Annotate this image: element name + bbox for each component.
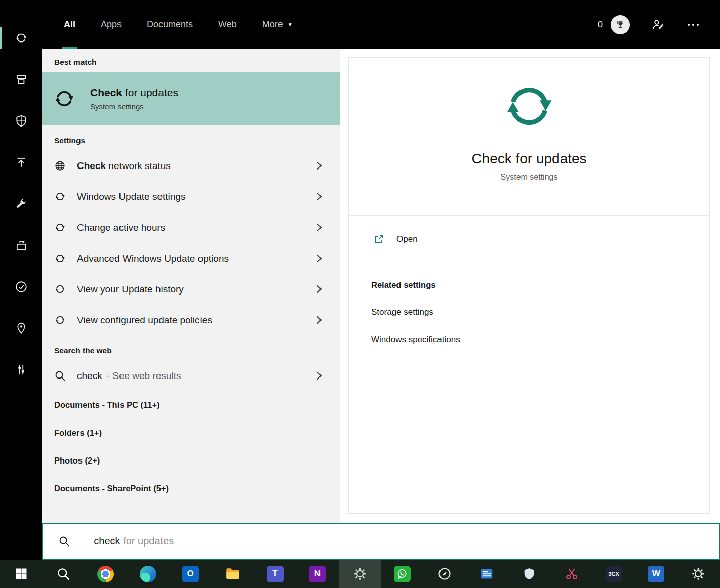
category-folders[interactable]: Folders (1+) — [42, 419, 340, 447]
sidebar-item-backup[interactable] — [0, 142, 42, 183]
rewards-button[interactable] — [611, 15, 630, 34]
more-options-button[interactable] — [688, 24, 699, 26]
result-change-active-hours[interactable]: Change active hours — [42, 212, 340, 243]
taskbar-teams[interactable]: T — [254, 560, 297, 588]
chevron-right-icon[interactable] — [314, 193, 322, 201]
open-external-icon — [373, 234, 384, 245]
sync-icon — [54, 314, 66, 326]
taskbar-word[interactable]: W — [635, 560, 677, 588]
settings-gear-icon — [691, 567, 705, 581]
tab-all[interactable]: All — [62, 0, 77, 49]
windows-update-sync-icon — [15, 31, 28, 45]
category-photos[interactable]: Photos (2+) — [42, 447, 340, 475]
search-icon — [56, 567, 70, 581]
result-windows-update-settings[interactable]: Windows Update settings — [42, 181, 340, 212]
chevron-right-icon[interactable] — [314, 255, 322, 263]
link-storage-settings[interactable]: Storage settings — [371, 307, 433, 317]
defender-shield-icon — [522, 567, 536, 581]
sidebar-item-activation[interactable] — [0, 266, 42, 308]
onenote-icon: N — [309, 566, 326, 582]
taskbar-search-button[interactable] — [43, 560, 85, 588]
sidebar-item-windows-update[interactable] — [0, 17, 42, 59]
sync-icon — [54, 283, 66, 295]
search-box[interactable]: check for updates — [42, 523, 720, 560]
link-windows-specifications[interactable]: Windows specifications — [371, 334, 460, 345]
tab-web[interactable]: Web — [216, 0, 239, 49]
tab-more[interactable]: More ▼ — [260, 0, 295, 49]
result-view-update-history[interactable]: View your Update history — [42, 274, 340, 305]
trophy-icon — [615, 20, 625, 30]
feedback-person-icon — [651, 18, 664, 31]
result-check-network-status[interactable]: Check network status — [42, 150, 340, 181]
category-documents-sharepoint[interactable]: Documents - SharePoint (5+) — [42, 475, 340, 502]
chevron-right-icon[interactable] — [314, 162, 322, 170]
taskbar-settings[interactable] — [339, 560, 381, 588]
chevron-right-icon[interactable] — [314, 285, 322, 293]
taskbar-card-app[interactable] — [466, 560, 508, 588]
find-my-device-pin-icon — [15, 322, 28, 335]
category-documents-this-pc[interactable]: Documents - This PC (11+) — [42, 391, 340, 419]
settings-sidebar — [0, 0, 42, 560]
sidebar-item-recovery[interactable] — [0, 225, 42, 266]
taskbar-chrome[interactable] — [85, 560, 127, 588]
backup-icon — [15, 156, 28, 169]
sidebar-item-delivery-optimization[interactable] — [0, 59, 42, 100]
taskbar-edge[interactable] — [127, 560, 170, 588]
sidebar-item-windows-security[interactable] — [0, 100, 42, 142]
best-match-header: Best match — [42, 49, 340, 72]
open-action[interactable]: Open — [349, 216, 709, 263]
best-match-result[interactable]: Check for updates System settings — [42, 72, 340, 125]
related-settings-header: Related settings — [371, 280, 709, 290]
windows-security-shield-icon — [15, 114, 28, 128]
scissors-icon — [565, 567, 579, 581]
edge-icon — [140, 566, 156, 582]
tab-all-label: All — [64, 19, 75, 30]
taskbar-3cx[interactable]: 3CX — [592, 560, 635, 588]
chevron-right-icon[interactable] — [314, 224, 322, 232]
taskbar-outlook[interactable]: O — [169, 560, 212, 588]
sidebar-item-troubleshoot[interactable] — [0, 183, 42, 225]
recovery-icon — [15, 239, 28, 252]
for-developers-sliders-icon — [15, 363, 28, 376]
tab-documents[interactable]: Documents — [145, 0, 195, 49]
tab-web-label: Web — [218, 19, 237, 30]
delivery-optimization-icon — [15, 73, 28, 86]
taskbar-defender[interactable] — [508, 560, 550, 588]
taskbar-whatsapp[interactable] — [381, 560, 423, 588]
sidebar-item-find-my-device[interactable] — [0, 308, 42, 349]
feedback-button[interactable] — [651, 18, 664, 31]
preview-card: Check for updates System settings Open R… — [348, 57, 710, 514]
best-match-title: Check for updates — [90, 87, 178, 99]
chevron-right-icon[interactable] — [314, 316, 322, 324]
taskbar-file-explorer[interactable] — [212, 560, 254, 588]
3cx-icon: 3CX — [606, 566, 622, 582]
rewards-count: 0 — [598, 20, 603, 29]
search-input[interactable]: check for updates — [77, 524, 174, 559]
taskbar-snipping-tool[interactable] — [550, 560, 593, 588]
sidebar-item-for-developers[interactable] — [0, 349, 42, 391]
sync-icon — [53, 87, 76, 110]
search-icon — [58, 535, 70, 547]
tab-apps[interactable]: Apps — [99, 0, 124, 49]
taskbar-compass-app[interactable] — [423, 560, 466, 588]
preview-panel: Check for updates System settings Open R… — [340, 49, 720, 523]
settings-gear-icon — [353, 567, 367, 581]
taskbar-settings-gear[interactable] — [677, 560, 720, 588]
globe-icon — [54, 160, 66, 172]
sync-icon — [54, 191, 66, 202]
taskbar-start-button[interactable] — [0, 560, 43, 588]
result-view-configured-update-policies[interactable]: View configured update policies — [42, 305, 340, 335]
sync-icon — [501, 78, 557, 135]
search-icon — [54, 370, 66, 382]
taskbar-onenote[interactable]: N — [296, 560, 339, 588]
web-search-result[interactable]: check- See web results — [42, 360, 340, 391]
teams-icon: T — [267, 566, 284, 582]
compass-icon — [437, 567, 452, 581]
word-icon: W — [648, 566, 664, 582]
result-advanced-windows-update-options[interactable]: Advanced Windows Update options — [42, 243, 340, 274]
sync-icon — [54, 253, 66, 264]
results-panel: Best match Check for updates System sett… — [42, 49, 340, 523]
troubleshoot-wrench-icon — [15, 197, 28, 211]
preview-hero: Check for updates System settings — [349, 58, 709, 215]
chevron-right-icon[interactable] — [314, 372, 322, 380]
